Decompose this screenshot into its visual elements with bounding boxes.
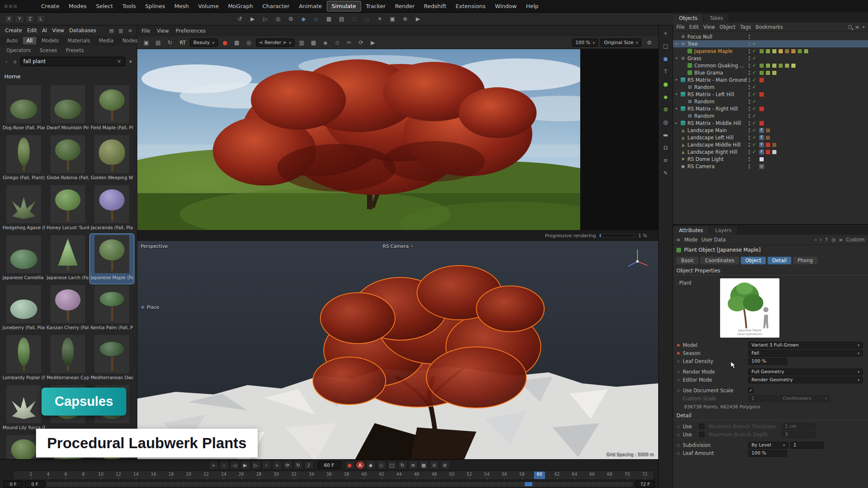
filter-icon[interactable]: ≡ xyxy=(855,24,860,30)
object-row-rs-matrix-main-ground[interactable]: ▾RS Matrix - Main Ground✓ xyxy=(673,76,868,83)
ipr-refresh-icon[interactable]: ⟳ xyxy=(356,38,367,47)
pin-icon[interactable]: ◎ xyxy=(832,237,836,243)
visibility-dots[interactable] xyxy=(748,42,751,46)
record-pla-button[interactable]: ▦ xyxy=(419,461,428,469)
size-mode-dropdown[interactable]: Original Size▾ xyxy=(601,39,641,47)
move-axis-icon[interactable]: + xyxy=(660,28,671,38)
aov-icon[interactable]: ▦ xyxy=(231,38,242,47)
solo-button[interactable]: ⊙ xyxy=(430,461,439,469)
visibility-dots[interactable] xyxy=(748,64,751,68)
zoom-dropdown[interactable]: 100 %▾ xyxy=(572,39,598,47)
keyframe-dot-icon[interactable]: ● xyxy=(676,351,681,355)
custom-scale-unit-dropdown[interactable]: Centimeters▾ xyxy=(779,395,830,402)
range-end-field[interactable]: 72 F xyxy=(635,481,655,488)
texture-swatch[interactable] xyxy=(804,49,809,54)
preview-range-bar[interactable] xyxy=(47,481,633,487)
enabled-check-icon[interactable]: ✓ xyxy=(751,149,757,155)
volume-builder-icon[interactable]: ◼ xyxy=(660,53,671,64)
object-row-tree[interactable]: ▾⊕Tree✓ xyxy=(673,40,868,47)
redshift-tag-icon[interactable] xyxy=(765,142,771,147)
search-options-icon[interactable]: ▾ xyxy=(127,58,134,65)
record-button[interactable]: ● xyxy=(345,461,354,469)
visibility-dots[interactable] xyxy=(748,150,751,154)
texture-swatch[interactable] xyxy=(785,49,790,54)
preview-start-field[interactable]: 0 F xyxy=(25,481,45,488)
menu-item-tools[interactable]: Tools xyxy=(118,1,141,11)
minimum-branch-thickness-checkbox[interactable] xyxy=(699,424,704,429)
menu-item-simulate[interactable]: Simulate xyxy=(327,1,361,11)
material-tag-icon[interactable] xyxy=(772,142,777,147)
pv-render-icon[interactable]: ▶ xyxy=(412,14,423,24)
texture-swatch[interactable] xyxy=(759,49,764,54)
om-menu-file[interactable]: File xyxy=(676,24,684,30)
camera-view-icon[interactable]: ◎ xyxy=(273,14,284,24)
asset-item-kentia-palm-fall-plant[interactable]: Kentia Palm (Fall, Plant) xyxy=(90,284,134,334)
record-position-button[interactable]: ◇ xyxy=(377,461,386,469)
enabled-check-icon[interactable]: ✓ xyxy=(751,77,757,83)
expand-arrow-icon[interactable]: ▾ xyxy=(676,56,680,60)
object-row-blue-grama[interactable]: Blue Grama✓ xyxy=(673,69,868,76)
object-row-random[interactable]: ⚄Random✓ xyxy=(673,83,868,91)
axis-lock-x[interactable]: X xyxy=(4,15,14,23)
enabled-check-icon[interactable]: ✓ xyxy=(751,63,757,68)
plant-preview-thumbnail[interactable]: Japanese Maple (Acer palmatum) xyxy=(720,278,779,338)
sub-tab-scenes[interactable]: Scenes xyxy=(36,47,61,54)
visibility-dots[interactable] xyxy=(748,49,751,53)
redshift-tag-icon[interactable] xyxy=(759,78,764,83)
enabled-check-icon[interactable]: ✓ xyxy=(751,142,757,147)
enabled-check-icon[interactable]: ✓ xyxy=(751,84,757,90)
mograph-icon[interactable]: ▣ xyxy=(387,14,398,24)
asset-item-mound-lily-yucca-fall[interactable]: Mound Lily Yucca (Fall... xyxy=(2,384,46,434)
crop-icon[interactable]: ✂ xyxy=(344,38,355,47)
redshift-tag-icon[interactable] xyxy=(759,92,764,97)
menu-item-extensions[interactable]: Extensions xyxy=(451,1,490,11)
material-tag-icon[interactable] xyxy=(772,150,777,155)
compass-icon[interactable]: ◎ xyxy=(660,117,671,127)
object-row-rs-camera[interactable]: ◉RS Camera◎ xyxy=(673,163,868,170)
up-arrow-icon[interactable]: ↑ xyxy=(825,237,829,243)
magnet-icon[interactable]: Ω xyxy=(660,142,671,152)
next-keyframe-button[interactable]: › xyxy=(262,461,271,469)
fields-tag-icon[interactable]: F xyxy=(759,150,764,155)
disabled-tool-icon-2[interactable]: ○ xyxy=(362,14,373,24)
pen-icon[interactable]: ✎ xyxy=(660,168,671,178)
back-icon[interactable]: ‹ xyxy=(3,58,10,65)
region-render-icon[interactable]: ▫ xyxy=(332,38,343,47)
season-dropdown[interactable]: Fall▾ xyxy=(748,350,863,357)
keyframe-dot-icon[interactable]: ● xyxy=(676,343,681,347)
om-menu-view[interactable]: View xyxy=(704,24,715,30)
menu-item-render[interactable]: Render xyxy=(390,1,419,11)
render-mode-dropdown[interactable]: Full Geometry▾ xyxy=(748,369,863,375)
render-view-image[interactable] xyxy=(137,49,658,230)
asset-item-hedgehog-agave-fall[interactable]: Hedgehog Agave (Fall... xyxy=(2,184,46,234)
texture-swatch[interactable] xyxy=(765,49,771,54)
menu-item-mograph[interactable]: MoGraph xyxy=(223,1,258,11)
loop-mode-button[interactable]: ⟳ xyxy=(283,461,292,469)
goto-start-button[interactable]: « xyxy=(209,461,218,469)
expand-arrow-icon[interactable]: ▾ xyxy=(676,92,680,96)
texture-swatch[interactable] xyxy=(797,49,802,54)
visibility-dots[interactable] xyxy=(748,92,751,97)
keyframe-diamond-icon[interactable]: ◇ xyxy=(676,424,681,429)
fields-tag-icon[interactable]: F xyxy=(759,128,764,133)
om-menu-edit[interactable]: Edit xyxy=(689,24,698,30)
sound-button[interactable]: ♪ xyxy=(304,461,314,469)
visibility-dots[interactable] xyxy=(748,114,751,118)
subdivision-dropdown[interactable]: By Level▾ xyxy=(748,442,788,449)
rv-menu-view[interactable]: View xyxy=(157,28,169,34)
am-tab-layers[interactable]: Layers xyxy=(709,226,738,235)
filter-tab-media[interactable]: Media xyxy=(95,37,117,44)
wrench-icon[interactable]: ⚙ xyxy=(285,14,296,24)
menu-item-select[interactable]: Select xyxy=(91,1,117,11)
minimum-branch-thickness-field[interactable]: 1 cm xyxy=(782,423,815,430)
range-marker[interactable] xyxy=(525,482,532,486)
om-menu-tags[interactable]: Tags xyxy=(740,24,751,30)
object-row-landscape-main[interactable]: ▲Landscape Main✓F xyxy=(673,127,868,134)
simulate-step-icon[interactable]: ▷ xyxy=(260,14,271,24)
record-rotation-button[interactable]: ↻ xyxy=(398,461,407,469)
home-icon[interactable]: ⌂ xyxy=(11,58,19,65)
redshift-ipr-icon[interactable]: ● xyxy=(220,38,231,47)
visibility-dots[interactable] xyxy=(748,157,751,161)
asset-item-japanese-larch-fall[interactable]: Japanese Larch (Fall, ... xyxy=(46,234,90,284)
enabled-check-icon[interactable]: ✓ xyxy=(751,48,757,54)
